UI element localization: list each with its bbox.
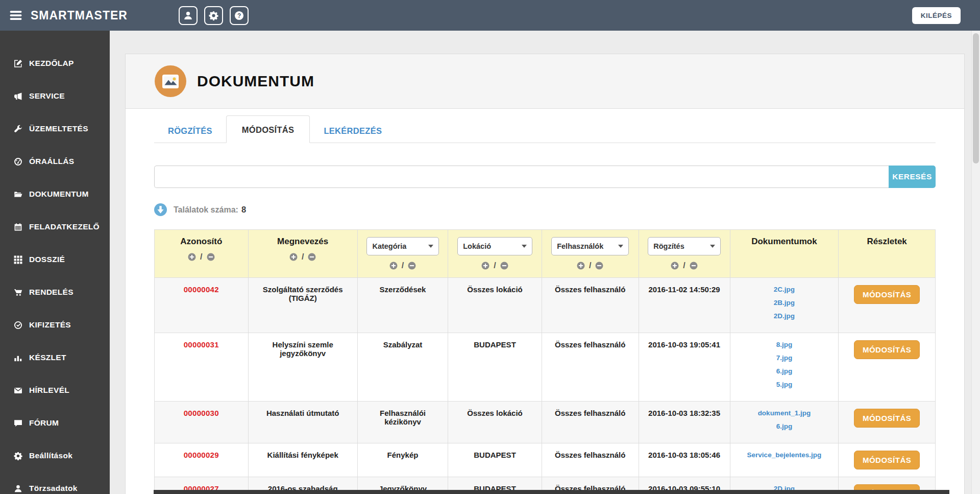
settings-button[interactable] (204, 6, 223, 25)
chart-icon (14, 354, 22, 362)
chevron-down-icon (428, 245, 433, 248)
sidebar-item-forum[interactable]: FÓRUM (0, 407, 110, 439)
sort-controls: / (643, 261, 726, 270)
document-link[interactable]: 2B.jpg (734, 299, 835, 307)
scrollbar-thumb[interactable] (973, 33, 979, 163)
filter-select-kategoria[interactable]: Kategória (366, 237, 438, 255)
menu-icon[interactable] (9, 9, 22, 22)
help-button[interactable]: ? (230, 6, 249, 25)
modify-button[interactable]: MÓDOSÍTÁS (854, 409, 920, 428)
document-link[interactable]: 7.jpg (734, 354, 835, 362)
sidebar-menu: KEZDŐLAPSERVICEÜZEMELTETÉSÓRAÁLLÁSDOKUME… (0, 31, 110, 494)
document-link[interactable]: 2D.jpg (734, 312, 835, 320)
search-button[interactable]: KERESÉS (889, 166, 936, 188)
sort-desc-icon[interactable] (500, 262, 508, 270)
scrollbar-track[interactable] (971, 31, 980, 494)
sort-controls: / (546, 261, 634, 270)
search-input[interactable] (154, 166, 889, 188)
sort-slash: / (402, 261, 404, 270)
filter-select-lokacio[interactable]: Lokáció (457, 237, 532, 255)
column-header-felhasznalok: Felhasználók/ (542, 230, 639, 278)
cell-details: MÓDOSÍTÁS (839, 278, 936, 333)
cell-id: 00000030 (155, 402, 249, 443)
sort-asc-icon[interactable] (577, 262, 585, 270)
sort-slash: / (302, 252, 304, 262)
column-label: Megnevezés (253, 237, 353, 247)
document-link[interactable]: 5.jpg (734, 381, 835, 388)
sidebar-item-dosszie[interactable]: DOSSZIÉ (0, 243, 110, 276)
sort-asc-icon[interactable] (389, 262, 398, 270)
cell-details: MÓDOSÍTÁS (839, 333, 936, 402)
filter-select-label: Lokáció (463, 242, 491, 250)
sidebar-item-beallitasok[interactable]: Beállítások (0, 439, 110, 472)
sidebar-item-label: Törzsadatok (29, 484, 78, 493)
sort-asc-icon[interactable] (188, 253, 196, 261)
sidebar-item-hirlevel[interactable]: HÍRLEVÉL (0, 374, 110, 407)
cell-documents: Service_bejelentes.jpg (730, 443, 839, 477)
panel-header: DOKUMENTUM (126, 54, 964, 109)
sidebar-item-keszlet[interactable]: KÉSZLET (0, 341, 110, 374)
sort-asc-icon[interactable] (289, 253, 298, 261)
cell-recorded: 2016-11-02 14:50:29 (639, 278, 730, 333)
sort-asc-icon[interactable] (481, 262, 489, 270)
meter-icon (14, 157, 22, 166)
sort-desc-icon[interactable] (408, 262, 416, 270)
cell-details: MÓDOSÍTÁS (839, 402, 936, 443)
user-button[interactable] (179, 6, 198, 25)
tab-rogzites[interactable]: RÖGZÍTÉS (154, 120, 226, 143)
sidebar-item-label: Beállítások (29, 451, 72, 460)
check-circle-icon (14, 321, 22, 330)
gear-icon (14, 452, 22, 460)
column-label: Részletek (843, 237, 931, 247)
sidebar-item-dokumentum[interactable]: DOKUMENTUM (0, 178, 110, 210)
document-link[interactable]: 6.jpg (734, 367, 835, 375)
cell-category: Felhasználói kézikönyv (357, 402, 448, 443)
sort-desc-icon[interactable] (308, 253, 316, 261)
cell-location: BUDAPEST (448, 443, 542, 477)
sidebar-item-rendeles[interactable]: RENDELÉS (0, 276, 110, 309)
sidebar-item-kezdolap[interactable]: KEZDŐLAP (0, 47, 110, 80)
sidebar-item-oraallas[interactable]: ÓRAÁLLÁS (0, 145, 110, 178)
table-body: 00000042Szolgáltató szerződés (TIGÁZ)Sze… (155, 278, 936, 494)
cell-name: Kiállítási fényképek (248, 443, 357, 477)
sort-desc-icon[interactable] (690, 262, 698, 270)
logout-button[interactable]: KILÉPÉS (912, 7, 961, 24)
user-icon (183, 11, 193, 20)
sort-controls: / (159, 252, 244, 262)
comment-icon (14, 419, 22, 428)
sort-controls: / (362, 261, 444, 270)
sort-desc-icon[interactable] (595, 262, 603, 270)
sidebar-item-torzsadatok[interactable]: Törzsadatok (0, 472, 110, 494)
sidebar-item-label: SERVICE (29, 91, 65, 101)
tabs: RÖGZÍTÉSMÓDOSÍTÁSLEKÉRDEZÉS (154, 115, 936, 143)
search-row: KERESÉS (154, 166, 936, 188)
sidebar-item-kifizetes[interactable]: KIFIZETÉS (0, 309, 110, 341)
modify-button[interactable]: MÓDOSÍTÁS (854, 285, 920, 304)
collapse-arrow-icon[interactable] (154, 203, 167, 216)
tab-lekerdezes[interactable]: LEKÉRDEZÉS (310, 120, 396, 143)
sidebar-item-label: KEZDŐLAP (29, 59, 74, 68)
cell-documents: 2C.jpg2B.jpg2D.jpg (730, 278, 839, 333)
modify-button[interactable]: MÓDOSÍTÁS (854, 451, 920, 469)
sort-slash: / (494, 261, 496, 270)
filter-select-felhasznalok[interactable]: Felhasználók (551, 237, 629, 255)
cell-name: Szolgáltató szerződés (TIGÁZ) (248, 278, 357, 333)
table-header-row: Azonosító/Megnevezés/Kategória/Lokáció/F… (155, 230, 936, 278)
document-link[interactable]: 8.jpg (734, 341, 835, 348)
document-link[interactable]: dokument_1.jpg (734, 409, 835, 417)
cell-id: 00000042 (155, 278, 249, 333)
sidebar-item-uzemeltetes[interactable]: ÜZEMELTETÉS (0, 112, 110, 145)
sort-asc-icon[interactable] (671, 262, 679, 270)
document-link[interactable]: 2C.jpg (734, 286, 835, 293)
filter-select-rogzites[interactable]: Rögzítés (648, 237, 721, 255)
cell-location: BUDAPEST (448, 333, 542, 402)
document-link[interactable]: Service_bejelentes.jpg (734, 451, 835, 459)
sidebar-item-feladatkezelo[interactable]: FELADATKEZELŐ (0, 210, 110, 243)
sort-desc-icon[interactable] (207, 253, 215, 261)
sidebar-item-service[interactable]: SERVICE (0, 80, 110, 112)
modify-button[interactable]: MÓDOSÍTÁS (854, 340, 920, 359)
tab-modositas[interactable]: MÓDOSÍTÁS (226, 115, 310, 143)
calendar-icon (14, 223, 22, 231)
filter-select-label: Felhasználók (557, 242, 603, 250)
document-link[interactable]: 6.jpg (734, 422, 835, 430)
